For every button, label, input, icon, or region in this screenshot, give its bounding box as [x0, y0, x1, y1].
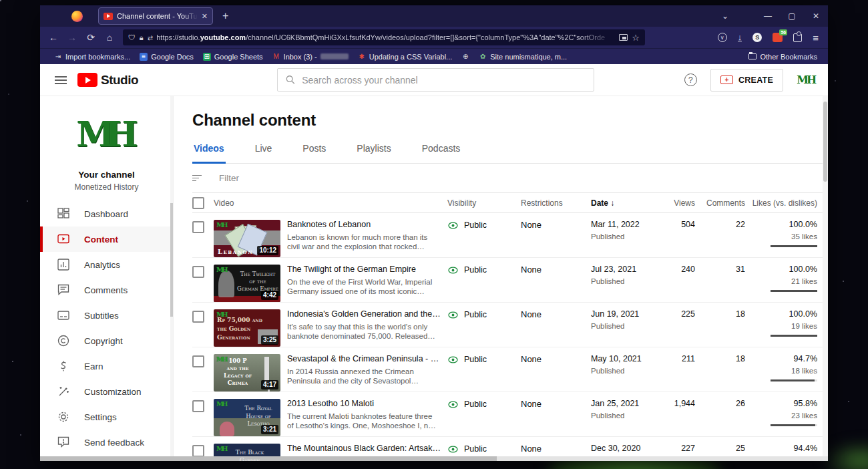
- video-thumbnail[interactable]: MH Rp 75,000 andthe GoldenGeneration 3:2…: [214, 309, 280, 347]
- bookmark-item[interactable]: MInbox (3) -: [268, 53, 353, 61]
- pip-icon[interactable]: [619, 34, 628, 41]
- video-title[interactable]: The Mountainous Black Garden: Artsakh 2֏: [287, 444, 447, 454]
- visibility-cell[interactable]: Public: [447, 354, 521, 392]
- bookmark-item[interactable]: ⊕: [457, 53, 474, 61]
- account-avatar[interactable]: MH: [797, 73, 815, 86]
- channel-search[interactable]: [277, 68, 594, 92]
- sidebar-item-copyright[interactable]: Copyright: [40, 328, 173, 353]
- browser-tab[interactable]: Channel content - YouTube Stu ✕: [98, 7, 213, 25]
- col-likes[interactable]: Likes (vs. dislikes): [745, 198, 817, 208]
- row-checkbox[interactable]: [192, 221, 204, 233]
- new-tab-button[interactable]: +: [222, 10, 228, 22]
- tracking-shield-icon[interactable]: 🛡︎: [128, 33, 136, 41]
- row-checkbox[interactable]: [192, 311, 204, 323]
- hamburger-menu-icon[interactable]: [55, 74, 67, 86]
- visibility-cell[interactable]: Public: [447, 220, 521, 257]
- tab-posts[interactable]: Posts: [301, 142, 327, 163]
- col-restrictions[interactable]: Restrictions: [521, 198, 591, 208]
- lock-icon[interactable]: 🔒︎: [140, 33, 144, 42]
- row-checkbox[interactable]: [192, 400, 204, 412]
- horizontal-scrollbar[interactable]: [40, 456, 828, 461]
- visibility-cell[interactable]: Public: [447, 399, 521, 436]
- sidebar-item-send-feedback[interactable]: Send feedback: [40, 430, 173, 455]
- select-all-checkbox[interactable]: [192, 197, 204, 209]
- bookmark-item[interactable]: ⇥Import bookmarks...: [49, 53, 135, 61]
- col-views[interactable]: Views: [664, 198, 695, 208]
- visibility-cell[interactable]: Public: [447, 309, 521, 347]
- filter-bar[interactable]: Filter: [192, 164, 828, 193]
- row-checkbox[interactable]: [192, 266, 204, 278]
- col-date[interactable]: Date ↓: [591, 198, 664, 208]
- table-row: MH Lebanon 10:12 Banknotes of Lebanon Le…: [192, 213, 828, 258]
- sidebar-scrollbar[interactable]: [170, 96, 173, 461]
- views-cell: 504: [664, 220, 695, 257]
- sidebar-item-content[interactable]: Content: [40, 226, 173, 252]
- video-thumbnail[interactable]: MH Lebanon 10:12: [214, 220, 280, 257]
- row-checkbox[interactable]: [192, 355, 204, 367]
- extensions-puzzle-icon[interactable]: [793, 33, 802, 42]
- sidebar-item-label: Dashboard: [84, 209, 128, 219]
- video-title[interactable]: Sevastapol & the Crimean Peninsula - 100…: [287, 354, 447, 363]
- tab-videos[interactable]: Videos: [192, 142, 226, 163]
- public-eye-icon: [447, 310, 459, 320]
- comments-cell: 18: [695, 309, 745, 347]
- forward-icon[interactable]: →: [63, 32, 81, 43]
- tab-close-icon[interactable]: ✕: [202, 12, 208, 21]
- video-title[interactable]: 2013 Lesotho 10 Maloti: [287, 399, 447, 408]
- col-comments[interactable]: Comments: [695, 198, 745, 208]
- extension-s-icon[interactable]: S: [752, 33, 762, 42]
- bookmark-star-icon[interactable]: ☆: [632, 33, 640, 43]
- permissions-icon[interactable]: ⇄: [148, 34, 152, 41]
- tab-playlists[interactable]: Playlists: [355, 142, 392, 163]
- bookmark-label: Import bookmarks...: [65, 53, 130, 61]
- search-input[interactable]: [302, 75, 586, 86]
- pocket-icon[interactable]: ∨: [718, 33, 727, 42]
- video-thumbnail[interactable]: MH 100 Pand theLegacy ofCrimea 4:17: [214, 354, 280, 392]
- menu-icon[interactable]: ≡: [813, 32, 819, 43]
- bookmark-item[interactable]: ≡Google Docs: [135, 53, 198, 61]
- url-bar[interactable]: 🛡︎ 🔒︎ ⇄ https://studio.youtube.com/chann…: [123, 29, 645, 45]
- bookmark-item[interactable]: ✿Site numismatique, m...: [474, 53, 572, 61]
- download-icon[interactable]: ↓: [738, 33, 742, 41]
- firefox-icon[interactable]: [71, 11, 83, 22]
- col-visibility[interactable]: Visibility: [447, 198, 521, 208]
- back-icon[interactable]: ←: [44, 32, 63, 43]
- visibility-cell[interactable]: Public: [447, 265, 521, 302]
- tab-live[interactable]: Live: [254, 142, 274, 163]
- sidebar-item-earn[interactable]: Earn: [40, 353, 173, 379]
- bookmark-item[interactable]: ⊞Google Sheets: [198, 53, 268, 61]
- video-title[interactable]: The Twilight of the German Empire: [287, 265, 447, 274]
- reload-icon[interactable]: ⟳: [81, 32, 100, 43]
- bookmark-item[interactable]: ✱Updating a CSS Variabl...: [353, 53, 457, 61]
- row-checkbox[interactable]: [192, 445, 204, 457]
- tab-list-dropdown-icon[interactable]: ⌄: [713, 11, 737, 21]
- sidebar-item-settings[interactable]: Settings: [40, 404, 173, 430]
- sidebar-item-customization[interactable]: Customization: [40, 379, 173, 404]
- col-video[interactable]: Video: [214, 198, 287, 208]
- adblock-icon[interactable]: 56: [773, 33, 783, 42]
- youtube-studio-logo[interactable]: Studio: [77, 73, 138, 88]
- sidebar-item-analytics[interactable]: Analytics: [40, 252, 173, 277]
- other-bookmarks[interactable]: Other Bookmarks: [744, 53, 828, 61]
- home-icon[interactable]: ⌂: [100, 32, 119, 43]
- content-tabs: VideosLivePostsPlaylistsPodcasts: [192, 142, 828, 164]
- sidebar-item-dashboard[interactable]: Dashboard: [40, 201, 173, 226]
- close-button[interactable]: ✕: [804, 11, 828, 21]
- sidebar-item-subtitles[interactable]: Subtitles: [40, 303, 173, 328]
- video-thumbnail[interactable]: MH The RoyalHouse ofLesotho 3:21: [214, 399, 280, 436]
- video-thumbnail[interactable]: MH The Twilightof theGerman Empire 4:42: [214, 265, 280, 302]
- help-icon[interactable]: ?: [684, 73, 697, 86]
- video-title[interactable]: Indonesia's Golden Generation and the Rp…: [287, 309, 447, 319]
- minimize-button[interactable]: —: [756, 11, 780, 21]
- page-scrollbar[interactable]: [823, 96, 828, 461]
- sidebar-item-label: Content: [84, 234, 118, 245]
- channel-avatar[interactable]: MH: [40, 108, 173, 160]
- maximize-button[interactable]: ▢: [780, 11, 804, 21]
- video-title[interactable]: Banknotes of Lebanon: [287, 220, 447, 229]
- video-info: The Twilight of the German Empire On the…: [287, 265, 447, 302]
- likes-percent: 94.7%: [745, 354, 817, 363]
- url-text[interactable]: https://studio.youtube.com/channel/UC6KB…: [156, 33, 615, 41]
- sidebar-item-comments[interactable]: Comments: [40, 277, 173, 303]
- tab-podcasts[interactable]: Podcasts: [421, 142, 462, 163]
- create-button[interactable]: + CREATE: [710, 69, 783, 92]
